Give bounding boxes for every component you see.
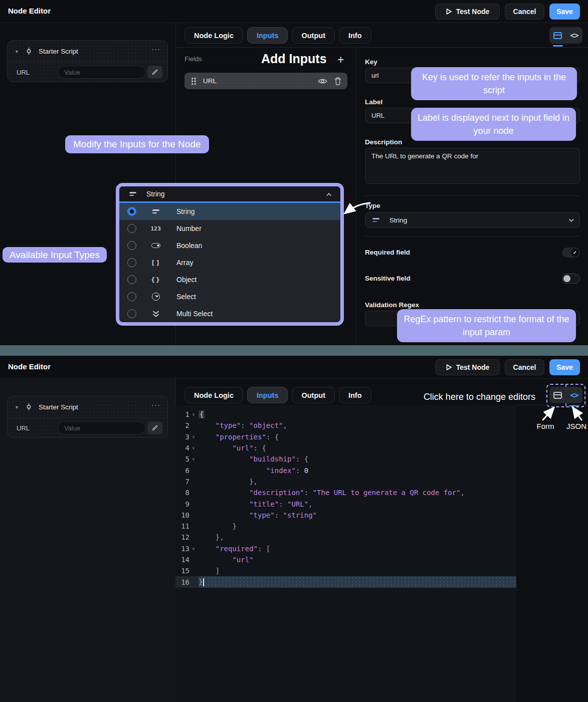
code-text: "properties": {: [199, 433, 279, 441]
cancel-button[interactable]: Cancel: [505, 4, 544, 20]
code-line[interactable]: 2 "type": "object",: [175, 420, 516, 431]
gutter: 10: [175, 510, 199, 521]
node-menu-icon[interactable]: ···: [151, 400, 160, 409]
gutter: 13∨: [175, 543, 199, 554]
tab-inputs[interactable]: Inputs: [247, 387, 288, 403]
fold-icon[interactable]: ∨: [189, 412, 198, 417]
tab-node-logic[interactable]: Node Logic: [184, 27, 243, 44]
starter-script-node-card[interactable]: ▾ Starter Script ··· URL: [7, 396, 168, 438]
form-view-button[interactable]: [549, 27, 566, 44]
radio-icon[interactable]: [127, 292, 136, 301]
fold-icon[interactable]: ∨: [189, 546, 198, 551]
eye-icon[interactable]: [318, 78, 327, 85]
json-code-editor[interactable]: 1∨{2 "type": "object",3∨ "properties": {…: [175, 405, 516, 702]
tab-node-logic[interactable]: Node Logic: [184, 387, 243, 403]
required-toggle[interactable]: ✓: [562, 248, 580, 258]
tab-output[interactable]: Output: [292, 27, 335, 44]
radio-icon[interactable]: [127, 207, 136, 216]
node-menu-icon[interactable]: ···: [151, 45, 160, 53]
input-field-row[interactable]: URL: [184, 73, 347, 89]
test-node-button[interactable]: Test Node: [435, 4, 500, 20]
code-text: "type": "string": [199, 511, 317, 519]
radio-icon[interactable]: [127, 224, 136, 233]
cancel-button[interactable]: Cancel: [505, 359, 544, 375]
type-option-object[interactable]: {}Object: [119, 271, 340, 288]
type-select[interactable]: String: [365, 212, 580, 228]
object-icon: {}: [148, 276, 163, 284]
tab-output[interactable]: Output: [292, 387, 335, 403]
radio-icon[interactable]: [127, 275, 136, 284]
save-button[interactable]: Save: [549, 359, 580, 375]
play-icon: [446, 8, 452, 15]
type-option-label: Array: [176, 259, 193, 267]
collapse-caret-icon[interactable]: ▾: [16, 404, 18, 410]
code-text: "title": "URL",: [199, 500, 313, 508]
code-line[interactable]: 12 },: [175, 532, 516, 543]
radio-icon[interactable]: [127, 309, 136, 318]
fold-icon[interactable]: ∨: [189, 456, 198, 461]
collapse-caret-icon[interactable]: ▾: [16, 49, 18, 54]
code-line[interactable]: 7 },: [175, 476, 516, 487]
editor-switch-arrows: [530, 408, 588, 421]
code-line[interactable]: 10 "type": "string": [175, 510, 516, 521]
code-line[interactable]: 1∨{: [175, 409, 516, 420]
type-option-select[interactable]: Select: [119, 288, 340, 305]
node-value-input[interactable]: [58, 66, 146, 79]
sensitive-toggle[interactable]: [562, 274, 580, 284]
text-cursor: [203, 578, 204, 586]
fold-icon[interactable]: ∨: [189, 445, 198, 450]
node-field-row: URL: [8, 62, 167, 82]
type-option-string[interactable]: String: [119, 203, 340, 220]
form-view-button[interactable]: [549, 387, 566, 403]
code-line[interactable]: 4∨ "url": {: [175, 442, 516, 453]
type-option-boolean[interactable]: Boolean: [119, 237, 340, 254]
line-number: 8: [175, 489, 189, 497]
type-option-multi-select[interactable]: Multi Select: [119, 305, 340, 322]
code-line[interactable]: 14 "url": [175, 554, 516, 565]
node-value-input[interactable]: [58, 421, 146, 434]
pencil-icon: [152, 425, 158, 431]
pencil-icon: [152, 69, 158, 75]
save-button[interactable]: Save: [549, 4, 580, 20]
modify-inputs-callout: Modify the Inputs for the Node: [65, 135, 209, 153]
code-line[interactable]: 5∨ "buildship": {: [175, 453, 516, 464]
code-line[interactable]: 6 "index": 0: [175, 464, 516, 476]
code-line[interactable]: 15 ]: [175, 565, 516, 576]
radio-icon[interactable]: [127, 258, 136, 267]
tab-info[interactable]: Info: [339, 387, 371, 403]
json-view-button[interactable]: <>: [566, 387, 582, 403]
type-option-array[interactable]: []Array: [119, 254, 340, 271]
fold-icon[interactable]: ∨: [189, 434, 198, 439]
description-textarea[interactable]: The URL to generate a QR code for: [365, 148, 580, 184]
trash-icon[interactable]: [334, 77, 341, 85]
page-title: Node Editor: [8, 7, 51, 15]
code-line[interactable]: 16}: [175, 576, 516, 587]
radio-icon[interactable]: [127, 241, 136, 250]
code-text: "index": 0: [199, 466, 308, 475]
code-line[interactable]: 3∨ "properties": {: [175, 431, 516, 442]
edit-value-button[interactable]: [147, 66, 162, 79]
gutter: 15: [175, 565, 199, 576]
line-number: 16: [175, 578, 189, 586]
test-node-button[interactable]: Test Node: [435, 359, 500, 375]
type-option-label: Select: [176, 293, 196, 301]
type-pointer-arrow: [341, 199, 372, 218]
add-input-button[interactable]: +: [337, 53, 344, 67]
starter-script-node-card[interactable]: ▾ Starter Script ··· URL: [7, 40, 168, 82]
drag-handle-icon[interactable]: [191, 77, 197, 85]
json-view-button[interactable]: <>: [566, 27, 582, 44]
line-number: 9: [175, 500, 189, 508]
script-node-icon: [25, 47, 33, 55]
line-number: 6: [175, 466, 189, 475]
tab-info[interactable]: Info: [339, 27, 371, 44]
code-line[interactable]: 8 "description": "The URL to generate a …: [175, 487, 516, 498]
type-dropdown-header[interactable]: String: [119, 186, 340, 201]
field-row-label: URL: [203, 77, 217, 85]
code-line[interactable]: 11 }: [175, 521, 516, 532]
tab-inputs[interactable]: Inputs: [247, 27, 288, 44]
type-option-number[interactable]: 123Number: [119, 220, 340, 237]
code-line[interactable]: 9 "title": "URL",: [175, 498, 516, 509]
gutter: 14: [175, 554, 199, 565]
edit-value-button[interactable]: [147, 421, 162, 434]
code-line[interactable]: 13∨ "required": [: [175, 543, 516, 554]
